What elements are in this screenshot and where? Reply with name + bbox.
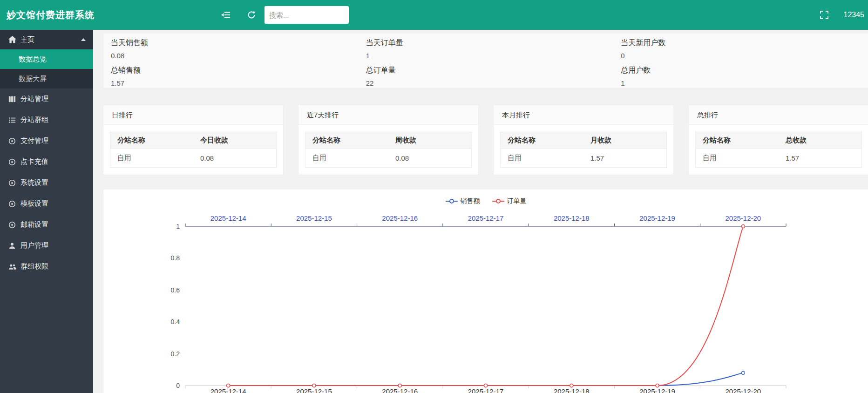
svg-text:0.4: 0.4 (171, 318, 180, 325)
circle-dot-icon (7, 200, 17, 208)
line-series-icon (446, 198, 458, 204)
app-title: 妙文馆付费进群系统 (0, 9, 95, 21)
sidebar-item-substation-groups[interactable]: 分站群组 (0, 109, 93, 130)
collapse-menu-icon[interactable] (220, 9, 231, 20)
column-header: 月收款 (583, 132, 667, 149)
ranking-cards: 日排行 分站名称 今日收款 自用 0.08 近7天排行 (103, 105, 868, 175)
circle-dot-icon (7, 137, 17, 145)
sidebar-item-email-settings[interactable]: 邮箱设置 (0, 214, 93, 235)
rank-card-title: 总排行 (689, 105, 868, 125)
header-right: 12345 (819, 0, 868, 30)
column-header: 总收款 (779, 132, 862, 149)
sidebar-item-data-overview[interactable]: 数据总览 (0, 49, 93, 69)
grid-icon (7, 95, 17, 103)
svg-text:2025-12-16: 2025-12-16 (382, 214, 418, 222)
svg-text:0.6: 0.6 (171, 286, 180, 294)
table-row: 自用 0.08 (305, 149, 472, 168)
svg-text:1: 1 (176, 223, 180, 230)
rank-card-total: 总排行 分站名称 总收款 自用 1.57 (689, 105, 868, 175)
search-box (264, 6, 349, 24)
rank-table: 分站名称 今日收款 自用 0.08 (110, 132, 277, 168)
users-icon (7, 263, 17, 271)
stat-today-sales: 当天销售额 0.08 (103, 34, 359, 61)
chevron-up-icon (81, 38, 86, 41)
table-row: 自用 0.08 (110, 149, 277, 168)
svg-text:0.2: 0.2 (171, 350, 180, 358)
table-row: 自用 1.57 (501, 149, 667, 168)
svg-text:2025-12-19: 2025-12-19 (639, 387, 675, 393)
svg-text:2025-12-15: 2025-12-15 (296, 387, 332, 393)
home-icon (7, 35, 17, 44)
svg-text:2025-12-18: 2025-12-18 (554, 387, 590, 393)
svg-text:2025-12-17: 2025-12-17 (468, 214, 504, 222)
search-input[interactable] (264, 6, 349, 24)
column-header: 分站名称 (305, 132, 389, 149)
svg-text:2025-12-16: 2025-12-16 (382, 387, 418, 393)
svg-text:0: 0 (176, 382, 180, 389)
circle-dot-icon (7, 158, 17, 166)
refresh-icon[interactable] (246, 9, 257, 20)
main-content: 当天销售额 0.08 当天订单量 1 当天新用户数 0 总销售额 1.57 总订… (93, 30, 868, 393)
stat-today-orders: 当天订单量 1 (359, 34, 614, 61)
top-header: 妙文馆付费进群系统 12345 (0, 0, 868, 30)
sales-orders-chart: 2025-12-142025-12-152025-12-162025-12-17… (103, 190, 868, 393)
sidebar-item-home[interactable]: 主页 (0, 30, 93, 49)
username-menu[interactable]: 12345 (844, 11, 868, 19)
column-header: 分站名称 (696, 132, 779, 149)
rank-card-title: 日排行 (103, 105, 283, 125)
header-tools (220, 0, 349, 30)
column-header: 周收款 (388, 132, 472, 149)
stat-total-orders: 总订单量 22 (359, 61, 614, 88)
rank-card-month: 本月排行 分站名称 月收款 自用 1.57 (494, 105, 673, 175)
rank-card-title: 本月排行 (494, 105, 673, 125)
circle-dot-icon (7, 179, 17, 187)
sidebar-item-data-screen[interactable]: 数据大屏 (0, 69, 93, 88)
sidebar-item-system-settings[interactable]: 系统设置 (0, 172, 93, 193)
sales-orders-chart-card: 销售额 订单量 2025-12-142025-12-152025-12-1620… (103, 190, 868, 393)
rank-table: 分站名称 周收款 自用 0.08 (305, 132, 472, 168)
svg-text:2025-12-20: 2025-12-20 (725, 387, 761, 393)
sidebar-item-label: 主页 (20, 35, 34, 44)
column-header: 分站名称 (110, 132, 194, 149)
sidebar-item-card-recharge[interactable]: 点卡充值 (0, 151, 93, 172)
stats-panel: 当天销售额 0.08 当天订单量 1 当天新用户数 0 总销售额 1.57 总订… (103, 34, 868, 88)
stat-today-new-users: 当天新用户数 0 (613, 34, 868, 61)
sidebar-item-group-permissions[interactable]: 群组权限 (0, 256, 93, 277)
list-icon (7, 116, 17, 124)
fullscreen-icon[interactable] (819, 9, 830, 20)
table-row: 自用 1.57 (696, 149, 862, 168)
column-header: 分站名称 (501, 132, 584, 149)
home-submenu: 数据总览 数据大屏 (0, 49, 93, 88)
sidebar-item-user-manage[interactable]: 用户管理 (0, 235, 93, 256)
rank-card-title: 近7天排行 (298, 105, 478, 125)
legend-item-sales[interactable]: 销售额 (446, 197, 480, 205)
sidebar-item-substation-manage[interactable]: 分站管理 (0, 88, 93, 109)
svg-text:2025-12-20: 2025-12-20 (725, 214, 761, 222)
sidebar-item-payment-manage[interactable]: 支付管理 (0, 130, 93, 151)
stat-total-sales: 总销售额 1.57 (103, 61, 359, 88)
column-header: 今日收款 (193, 132, 277, 149)
svg-text:2025-12-17: 2025-12-17 (468, 387, 504, 393)
line-series-icon (492, 198, 504, 204)
sidebar-item-template-settings[interactable]: 模板设置 (0, 193, 93, 214)
user-icon (7, 242, 17, 250)
svg-text:2025-12-18: 2025-12-18 (554, 214, 590, 222)
rank-table: 分站名称 月收款 自用 1.57 (500, 132, 667, 168)
svg-text:2025-12-14: 2025-12-14 (210, 387, 246, 393)
circle-dot-icon (7, 221, 17, 229)
svg-text:2025-12-15: 2025-12-15 (296, 214, 332, 222)
stat-total-users: 总用户数 1 (613, 61, 868, 88)
svg-text:2025-12-14: 2025-12-14 (210, 214, 246, 222)
svg-text:0.8: 0.8 (171, 254, 180, 262)
rank-card-daily: 日排行 分站名称 今日收款 自用 0.08 (103, 105, 283, 175)
legend-item-orders[interactable]: 订单量 (492, 197, 527, 205)
chart-legend: 销售额 订单量 (103, 197, 868, 205)
rank-table: 分站名称 总收款 自用 1.57 (695, 132, 862, 168)
svg-text:2025-12-19: 2025-12-19 (639, 214, 675, 222)
sidebar: 主页 数据总览 数据大屏 分站管理 分站群组 支付管理 点卡充值 系统设置 (0, 30, 93, 393)
rank-card-7days: 近7天排行 分站名称 周收款 自用 0.08 (298, 105, 478, 175)
